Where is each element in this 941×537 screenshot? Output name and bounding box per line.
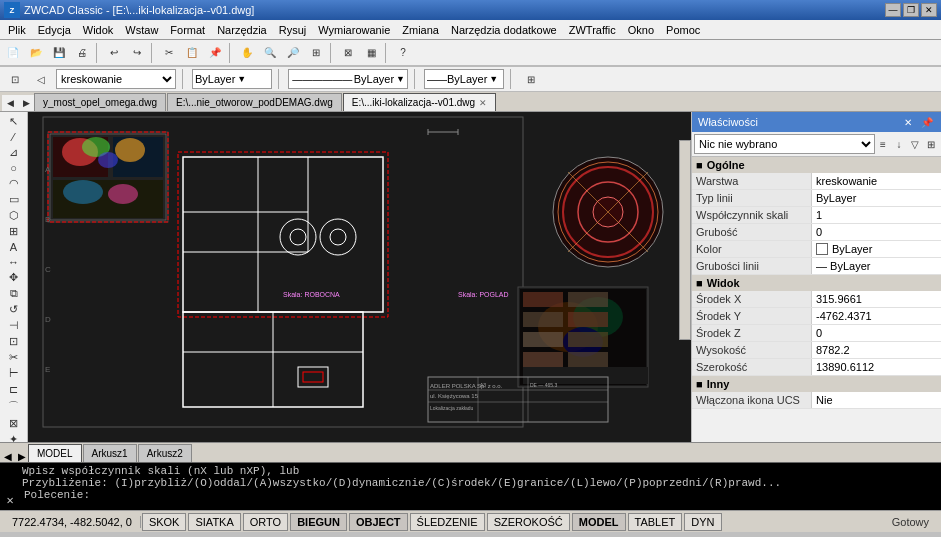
draw-circle-tool[interactable]: ○ — [3, 161, 25, 175]
open-button[interactable]: 📂 — [25, 42, 47, 64]
color-selector[interactable]: ByLayer ▼ — [192, 69, 272, 89]
menu-narzedzia-dodatkowe[interactable]: Narzędzia dodatkowe — [445, 20, 563, 40]
move-tool[interactable]: ✥ — [3, 270, 25, 285]
rotate-tool[interactable]: ↺ — [3, 302, 25, 317]
sheet1-tab[interactable]: Arkusz1 — [83, 444, 137, 462]
mirror-tool[interactable]: ⊣ — [3, 318, 25, 333]
menu-widok[interactable]: Widok — [77, 20, 120, 40]
prop-value-sy[interactable]: -4762.4371 — [812, 308, 941, 324]
linetype-selector[interactable]: —————— ByLayer ▼ — [288, 69, 408, 89]
trim-tool[interactable]: ✂ — [3, 350, 25, 365]
select-tool[interactable]: ↖ — [3, 114, 25, 129]
siatka-button[interactable]: SIATKA — [188, 513, 240, 531]
zoom-in-button[interactable]: 🔍 — [259, 42, 281, 64]
prop-value-wspolczynnik[interactable]: 1 — [812, 207, 941, 223]
pan-button[interactable]: ✋ — [236, 42, 258, 64]
prop-value-typ[interactable]: ByLayer — [812, 190, 941, 206]
menu-pomoc[interactable]: Pomoc — [660, 20, 706, 40]
menu-zmiana[interactable]: Zmiana — [396, 20, 445, 40]
new-button[interactable]: 📄 — [2, 42, 24, 64]
menu-okno[interactable]: Okno — [622, 20, 660, 40]
copy-button[interactable]: 📋 — [181, 42, 203, 64]
draw-arc-tool[interactable]: ◠ — [3, 176, 25, 191]
prop-value-grubosc[interactable]: 0 — [812, 224, 941, 240]
tab-next-button[interactable]: ▶ — [18, 95, 34, 111]
file-tab-1[interactable]: E:\...nie_otworow_podDEMAG.dwg — [167, 93, 342, 111]
menu-zwtraffic[interactable]: ZWTraffic — [563, 20, 622, 40]
layer-selector[interactable]: kreskowanie — [56, 69, 176, 89]
restore-button[interactable]: ❐ — [903, 3, 919, 17]
fillet-tool[interactable]: ⌒ — [3, 398, 25, 415]
draw-polygon-tool[interactable]: ⬡ — [3, 208, 25, 223]
zoom-extents-button[interactable]: ⊞ — [305, 42, 327, 64]
section-inny[interactable]: ■ Inny — [692, 376, 941, 392]
prop-toggle-icon[interactable]: ▽ — [907, 136, 923, 152]
prop-value-sz[interactable]: 0 — [812, 325, 941, 341]
sheet2-tab[interactable]: Arkusz2 — [138, 444, 192, 462]
szerokosc-button[interactable]: SZEROKOŚĆ — [487, 513, 570, 531]
menu-rysuj[interactable]: Rysuj — [273, 20, 313, 40]
command-input[interactable] — [94, 489, 937, 501]
zoom-out-button[interactable]: 🔎 — [282, 42, 304, 64]
redo-button[interactable]: ↪ — [126, 42, 148, 64]
prop-value-ucs[interactable]: Nie — [812, 392, 941, 408]
prop-value-sx[interactable]: 315.9661 — [812, 291, 941, 307]
extend-tool[interactable]: ⊢ — [3, 366, 25, 381]
cut-button[interactable]: ✂ — [158, 42, 180, 64]
section-general[interactable]: ■ Ogólne — [692, 157, 941, 173]
biegun-button[interactable]: BIEGUN — [290, 513, 347, 531]
prop-filter-icon[interactable]: ≡ — [875, 136, 891, 152]
prop-value-szer[interactable]: 13890.6112 — [812, 359, 941, 375]
cmd-close-button[interactable]: ✕ — [2, 492, 18, 508]
draw-rect-tool[interactable]: ▭ — [3, 192, 25, 207]
model-tab-next[interactable]: ▶ — [16, 451, 28, 462]
skok-button[interactable]: SKOK — [142, 513, 187, 531]
properties-button[interactable]: ⊠ — [337, 42, 359, 64]
menu-edycja[interactable]: Edycja — [32, 20, 77, 40]
paste-button[interactable]: 📌 — [204, 42, 226, 64]
match-prop-button[interactable]: ▦ — [360, 42, 382, 64]
file-tab-close-2[interactable]: ✕ — [479, 98, 487, 108]
orto-button[interactable]: ORTO — [243, 513, 288, 531]
model-tab[interactable]: MODEL — [28, 444, 82, 462]
prop-expand-icon[interactable]: ⊞ — [923, 136, 939, 152]
save-button[interactable]: 💾 — [48, 42, 70, 64]
print-button[interactable]: 🖨 — [71, 42, 93, 64]
dimension-tool[interactable]: ↔ — [3, 255, 25, 269]
menu-narzedzia[interactable]: Narzędzia — [211, 20, 273, 40]
tablet-button[interactable]: TABLET — [628, 513, 683, 531]
menu-wstaw[interactable]: Wstaw — [119, 20, 164, 40]
prop-value-warstwa[interactable]: kreskowanie — [812, 173, 941, 189]
copy-tool[interactable]: ⧉ — [3, 286, 25, 301]
layer-prev-button[interactable]: ◁ — [30, 68, 52, 90]
prop-value-grubosc-linii[interactable]: — ByLayer — [812, 258, 941, 274]
entity-selector[interactable]: Nic nie wybrano — [694, 134, 875, 154]
undo-button[interactable]: ↩ — [103, 42, 125, 64]
tab-prev-button[interactable]: ◀ — [2, 95, 18, 111]
scale-tool[interactable]: ⊡ — [3, 334, 25, 349]
lineweight-selector[interactable]: —— ByLayer ▼ — [424, 69, 504, 89]
prop-sort-icon[interactable]: ↓ — [891, 136, 907, 152]
close-button[interactable]: ✕ — [921, 3, 937, 17]
properties-pin-button[interactable]: 📌 — [919, 114, 935, 130]
sledzenie-button[interactable]: ŚLEDZENIE — [410, 513, 485, 531]
model-button[interactable]: MODEL — [572, 513, 626, 531]
draw-line-tool[interactable]: ∕ — [3, 130, 25, 144]
menu-plik[interactable]: Plik — [2, 20, 32, 40]
file-tab-0[interactable]: y_most_opel_omega.dwg — [34, 93, 166, 111]
properties-close-button[interactable]: ✕ — [900, 114, 916, 130]
prop-value-wys[interactable]: 8782.2 — [812, 342, 941, 358]
help-button[interactable]: ? — [392, 42, 414, 64]
menu-wymiarowanie[interactable]: Wymiarowanie — [312, 20, 396, 40]
layer-manager-button[interactable]: ⊡ — [4, 68, 26, 90]
menu-format[interactable]: Format — [164, 20, 211, 40]
plot-style-button[interactable]: ⊞ — [520, 68, 542, 90]
explode-tool[interactable]: ✦ — [3, 432, 25, 442]
properties-scrollbar[interactable] — [679, 140, 691, 340]
hatch-tool[interactable]: ⊞ — [3, 224, 25, 239]
dyn-button[interactable]: DYN — [684, 513, 721, 531]
minimize-button[interactable]: — — [885, 3, 901, 17]
prop-value-kolor[interactable]: ByLayer — [812, 241, 941, 257]
file-tab-2[interactable]: E:\...iki-lokalizacja--v01.dwg ✕ — [343, 93, 496, 111]
offset-tool[interactable]: ⊏ — [3, 382, 25, 397]
